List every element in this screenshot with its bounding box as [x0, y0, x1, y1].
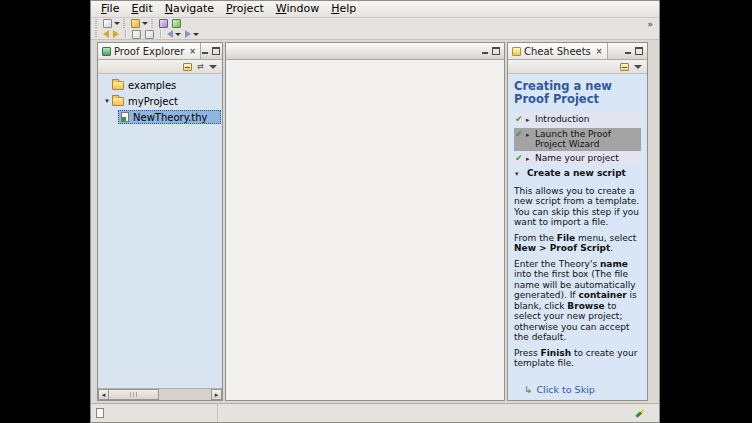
new-wizard-icon	[103, 19, 112, 28]
undo-proof-step-button[interactable]	[102, 30, 110, 38]
next-proof-step-button[interactable]	[112, 30, 120, 38]
collapse-all-icon[interactable]	[620, 63, 629, 71]
cheat-sheet-step-launch-wizard[interactable]: ✔ ▸ Launch the Proof Project Wizard	[514, 128, 641, 151]
cheat-sheets-tab-label: Cheat Sheets	[524, 46, 591, 57]
step-collapsed-arrow-icon[interactable]: ▸	[526, 114, 535, 126]
view-menu-icon[interactable]	[634, 65, 642, 69]
minimize-icon[interactable]	[624, 47, 632, 55]
menu-bar: File Edit Navigate Project Window Help	[91, 1, 659, 18]
maximize-icon[interactable]	[492, 47, 500, 55]
workbench-area: Proof Explorer × ⇄ examples	[91, 40, 659, 403]
close-icon[interactable]: ×	[189, 47, 196, 56]
back-button[interactable]	[166, 30, 182, 38]
folder-icon	[112, 81, 124, 90]
chevron-down-icon	[142, 22, 148, 25]
cheat-sheet-step-name-project[interactable]: ✔ ▸ Name your project	[514, 152, 641, 166]
new-proof-project-icon	[131, 19, 140, 28]
cheat-sheets-view: Cheat Sheets × Creating a new Proof Proj…	[507, 42, 648, 401]
menu-edit[interactable]: Edit	[125, 1, 158, 17]
new-wizard-button[interactable]	[102, 19, 121, 28]
cheat-sheets-toolbar	[508, 60, 647, 74]
check-icon: ✔	[515, 129, 526, 139]
horizontal-scrollbar[interactable]: ◂ ▸	[98, 388, 222, 400]
status-left-icon	[96, 408, 104, 418]
cheat-sheet-paragraph: Press Finish to create your template fil…	[514, 348, 641, 369]
undo-proof-step-icon	[103, 30, 109, 38]
scroll-left-arrow[interactable]: ◂	[98, 389, 109, 400]
toolbar-drag-handle[interactable]	[151, 19, 153, 28]
goto-point-button[interactable]	[131, 30, 142, 39]
proof-explorer-icon	[102, 47, 111, 56]
cheat-sheet-icon	[172, 19, 181, 28]
scrollbar-track[interactable]	[159, 389, 211, 400]
cheat-sheet-step-introduction[interactable]: ✔ ▸ Introduction	[514, 113, 641, 127]
toolbar-drag-handle[interactable]	[95, 30, 97, 38]
maximize-icon[interactable]	[212, 47, 220, 55]
cheat-sheet-step-create-script[interactable]: ▾ Create a new script	[514, 167, 641, 181]
expand-arrow-icon[interactable]: ▾	[102, 97, 112, 105]
step-label: Launch the Proof Project Wizard	[535, 129, 640, 150]
tree-item-myproject[interactable]: ▾ myProject	[98, 93, 222, 109]
cheat-sheet-paragraph: From the File menu, select New > Proof S…	[514, 233, 641, 254]
menu-window[interactable]: Window	[270, 1, 325, 17]
menu-file[interactable]: File	[95, 1, 125, 17]
tree-item-label: examples	[124, 80, 176, 91]
step-collapsed-arrow-icon[interactable]: ▸	[526, 129, 535, 141]
step-label: Create a new script	[527, 168, 626, 179]
main-toolbar-row-1: »	[91, 18, 659, 29]
close-icon[interactable]: ×	[596, 47, 603, 56]
editor-area-header	[226, 43, 504, 60]
minimize-icon[interactable]	[481, 47, 489, 55]
open-cheat-sheet-button[interactable]	[171, 19, 182, 28]
step-label: Introduction	[535, 114, 590, 125]
selected-tree-item[interactable]: NewTheory.thy	[118, 110, 221, 124]
view-menu-icon[interactable]	[209, 65, 217, 69]
tree-item-label: NewTheory.thy	[129, 112, 208, 123]
check-icon: ✔	[515, 153, 526, 163]
empty-editor-area[interactable]	[226, 60, 504, 400]
collapse-all-icon[interactable]	[183, 63, 192, 71]
maximize-icon[interactable]	[635, 47, 643, 55]
tree-item-newtheory[interactable]: NewTheory.thy	[98, 109, 222, 125]
skip-link-label: Click to Skip	[536, 384, 594, 395]
proof-explorer-tab[interactable]: Proof Explorer ×	[98, 43, 201, 59]
cheat-sheets-tab[interactable]: Cheat Sheets ×	[508, 43, 608, 59]
status-right-area	[635, 412, 659, 415]
toolbar-drag-handle[interactable]	[123, 19, 125, 28]
step-collapsed-arrow-icon[interactable]: ▸	[526, 153, 535, 165]
link-with-editor-icon[interactable]: ⇄	[197, 63, 204, 71]
chevron-down-icon	[114, 22, 120, 25]
skip-arrow-icon: ↳	[524, 384, 532, 395]
eclipse-window: File Edit Navigate Project Window Help »	[90, 0, 660, 423]
status-pencil-icon	[635, 409, 645, 418]
cheat-sheets-header: Cheat Sheets ×	[508, 43, 647, 60]
toolbar-overflow-chevron[interactable]: »	[647, 19, 655, 29]
new-proof-project-button[interactable]	[130, 19, 149, 28]
cheat-sheets-icon	[512, 47, 521, 56]
forward-button[interactable]	[184, 30, 200, 38]
theory-file-icon	[121, 112, 129, 122]
cheat-sheet-paragraph: Enter the Theory's name into the first b…	[514, 259, 641, 343]
toolbar-drag-handle[interactable]	[95, 19, 97, 28]
scroll-right-arrow[interactable]: ▸	[211, 389, 222, 400]
project-tree: examples ▾ myProject NewTheory.thy	[98, 74, 222, 388]
tree-item-examples[interactable]: examples	[98, 77, 222, 93]
menu-project[interactable]: Project	[220, 1, 270, 17]
editor-area	[225, 42, 505, 401]
cheat-sheet-paragraph: This allows you to create a new script f…	[514, 186, 641, 228]
step-expanded-arrow-icon[interactable]: ▾	[515, 168, 527, 180]
scrollbar-thumb[interactable]	[109, 389, 159, 400]
menu-navigate[interactable]: Navigate	[159, 1, 220, 17]
step-label: Name your project	[535, 153, 619, 164]
next-proof-step-icon	[113, 30, 119, 38]
minimize-icon[interactable]	[201, 47, 209, 55]
restart-proof-button[interactable]	[144, 30, 155, 39]
main-toolbar-row-2	[91, 29, 659, 40]
skip-link[interactable]: ↳ Click to Skip	[524, 384, 595, 395]
status-bar	[91, 403, 659, 422]
proof-explorer-toolbar: ⇄	[98, 60, 222, 74]
status-message-area	[91, 404, 218, 422]
menu-help[interactable]: Help	[325, 1, 362, 17]
search-button[interactable]	[158, 19, 169, 28]
proof-explorer-tab-label: Proof Explorer	[114, 46, 184, 57]
